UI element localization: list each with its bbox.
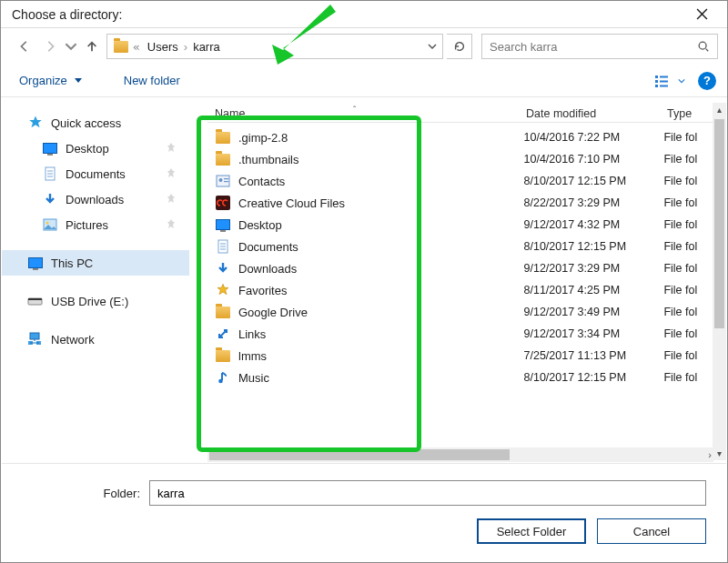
- table-row[interactable]: Music8/10/2017 12:15 PMFile fol: [207, 367, 713, 388]
- row-date: 8/22/2017 3:29 PM: [524, 196, 664, 209]
- folder-icon: [215, 304, 231, 320]
- body: Quick access DesktopDocumentsDownloadsPi…: [2, 101, 726, 462]
- close-button[interactable]: [682, 2, 722, 27]
- table-row[interactable]: Downloads9/12/2017 3:29 PMFile fol: [207, 257, 713, 279]
- music-icon: [215, 369, 231, 386]
- row-name: Links: [238, 327, 266, 341]
- arrow-up-icon: [86, 40, 98, 53]
- row-date: 8/10/2017 12:15 PM: [524, 371, 664, 384]
- button-row: Select Folder Cancel: [2, 506, 726, 544]
- history-dropdown[interactable]: [65, 35, 77, 57]
- row-name: Desktop: [238, 218, 282, 232]
- sidebar-item-label: Downloads: [66, 193, 124, 206]
- column-name[interactable]: Nameˆ: [207, 107, 526, 120]
- sidebar-usb-drive[interactable]: USB Drive (E:): [2, 288, 189, 314]
- table-row[interactable]: .gimp-2.810/4/2016 7:22 PMFile fol: [207, 126, 713, 148]
- folder-input[interactable]: [149, 480, 706, 506]
- sidebar-item-downloads[interactable]: Downloads: [2, 186, 189, 212]
- search-placeholder: Search karra: [490, 40, 697, 54]
- row-name: .gimp-2.8: [238, 131, 288, 145]
- sidebar-item-documents[interactable]: Documents: [2, 161, 189, 186]
- svg-rect-12: [30, 333, 39, 339]
- vertical-scrollbar[interactable]: ▴ ▾: [713, 103, 726, 460]
- documents-icon: [42, 166, 58, 182]
- breadcrumb[interactable]: « Users › karra: [106, 34, 443, 59]
- back-button[interactable]: [14, 35, 35, 57]
- breadcrumb-seg-0[interactable]: Users: [144, 40, 182, 54]
- column-date[interactable]: Date modified: [526, 107, 667, 120]
- quick-access-icon: [27, 115, 44, 131]
- row-type: File fol: [663, 306, 713, 318]
- network-icon: [27, 331, 44, 347]
- refresh-icon: [453, 40, 466, 53]
- help-icon: ?: [703, 74, 711, 87]
- pictures-icon: [42, 216, 58, 233]
- breadcrumb-seg-1[interactable]: karra: [189, 40, 224, 54]
- sidebar-item-pictures[interactable]: Pictures: [2, 212, 189, 237]
- this-pc-icon: [27, 255, 44, 271]
- table-row[interactable]: Contacts8/10/2017 12:15 PMFile fol: [207, 170, 713, 192]
- row-type: File fol: [663, 196, 713, 209]
- svg-point-0: [699, 42, 706, 49]
- folder-icon: [215, 151, 231, 167]
- scroll-up-icon[interactable]: ▴: [713, 103, 726, 116]
- table-row[interactable]: Documents8/10/2017 12:15 PMFile fol: [207, 236, 713, 257]
- chevron-down-icon: [678, 77, 685, 85]
- sidebar-quick-access[interactable]: Quick access: [2, 110, 189, 136]
- sidebar-this-pc[interactable]: This PC: [2, 250, 189, 276]
- select-folder-button[interactable]: Select Folder: [477, 518, 586, 544]
- title-bar: Choose a directory:: [1, 1, 727, 28]
- up-button[interactable]: [81, 35, 103, 57]
- row-date: 9/12/2017 3:49 PM: [524, 306, 664, 318]
- view-button[interactable]: [654, 74, 685, 88]
- row-name: Documents: [238, 240, 298, 254]
- scroll-down-icon[interactable]: ▾: [713, 447, 726, 460]
- row-type: File fol: [663, 262, 713, 275]
- downloads-icon: [215, 260, 231, 276]
- table-row[interactable]: Desktop9/12/2017 4:32 PMFile fol: [207, 214, 713, 236]
- dialog-title: Choose a directory:: [12, 7, 682, 22]
- desktop-icon: [215, 216, 231, 233]
- nav-bar: « Users › karra Search karra: [1, 28, 727, 65]
- pin-icon: [166, 218, 177, 232]
- svg-rect-4: [660, 75, 668, 77]
- forward-button[interactable]: [39, 35, 61, 57]
- chevron-down-icon[interactable]: [428, 42, 437, 51]
- sidebar-item-label: Documents: [66, 167, 126, 181]
- arrow-left-icon: [18, 40, 31, 53]
- file-list: Nameˆ Date modified Type .gimp-2.810/4/2…: [189, 101, 726, 462]
- svg-rect-17: [224, 178, 228, 179]
- table-row[interactable]: Links9/12/2017 3:34 PMFile fol: [207, 323, 713, 345]
- row-date: 9/12/2017 3:34 PM: [524, 327, 664, 340]
- star-icon: [215, 282, 231, 298]
- table-row[interactable]: Favorites8/11/2017 4:25 PMFile fol: [207, 279, 713, 301]
- table-row[interactable]: .thumbnails10/4/2016 7:10 PMFile fol: [207, 148, 713, 170]
- column-type[interactable]: Type: [667, 107, 717, 120]
- organize-button[interactable]: Organize: [12, 70, 89, 91]
- sort-indicator-icon: ˆ: [353, 106, 356, 116]
- row-type: File fol: [663, 218, 713, 231]
- table-row[interactable]: Creative Cloud Files8/22/2017 3:29 PMFil…: [207, 192, 713, 214]
- cancel-button[interactable]: Cancel: [597, 518, 706, 544]
- row-type: File fol: [663, 175, 713, 187]
- breadcrumb-sep: ›: [182, 40, 189, 54]
- sidebar-network[interactable]: Network: [2, 327, 189, 352]
- table-row[interactable]: Google Drive9/12/2017 3:49 PMFile fol: [207, 301, 713, 323]
- sidebar: Quick access DesktopDocumentsDownloadsPi…: [2, 101, 189, 462]
- row-type: File fol: [663, 284, 713, 297]
- row-type: File fol: [663, 327, 713, 340]
- pin-icon: [166, 167, 177, 181]
- horizontal-scrollbar[interactable]: ›: [207, 447, 713, 462]
- pin-icon: [166, 193, 177, 206]
- sidebar-item-desktop[interactable]: Desktop: [2, 136, 189, 161]
- new-folder-button[interactable]: New folder: [116, 70, 187, 91]
- desktop-icon: [42, 140, 58, 156]
- refresh-button[interactable]: [447, 34, 472, 59]
- table-row[interactable]: lmms7/25/2017 11:13 PMFile fol: [207, 345, 713, 367]
- row-type: File fol: [663, 153, 713, 166]
- search-input[interactable]: Search karra: [481, 34, 718, 59]
- help-button[interactable]: ?: [698, 72, 716, 90]
- scroll-thumb[interactable]: [714, 119, 724, 328]
- row-name: Downloads: [238, 262, 297, 276]
- row-type: File fol: [663, 131, 713, 144]
